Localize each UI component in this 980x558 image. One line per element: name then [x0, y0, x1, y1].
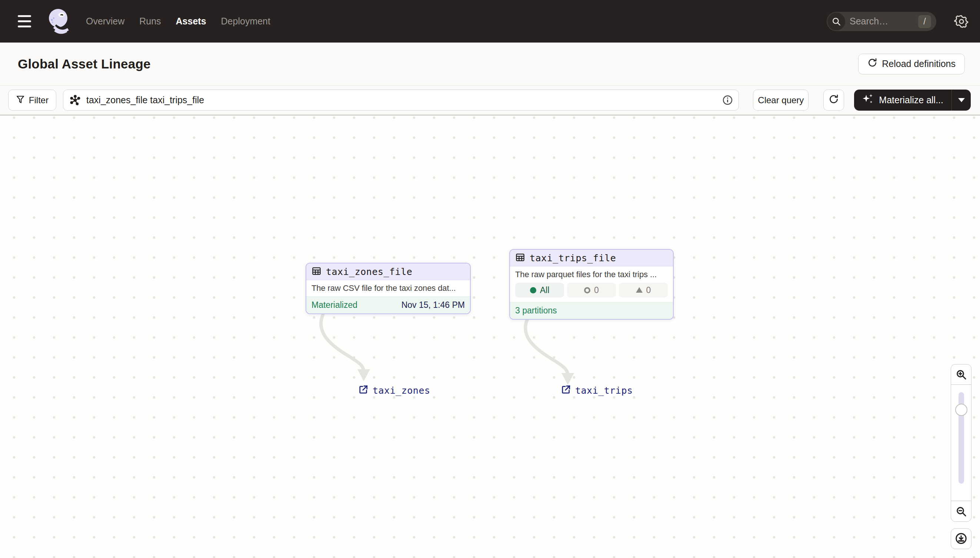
- search-input[interactable]: [850, 12, 909, 31]
- zoom-controls: [951, 364, 972, 549]
- nav-links: Overview Runs Assets Deployment: [86, 16, 270, 27]
- nav-item-deployment[interactable]: Deployment: [221, 16, 270, 27]
- badge-label: 0: [594, 285, 599, 295]
- clear-query-button[interactable]: Clear query: [753, 90, 809, 111]
- query-info-icon[interactable]: [722, 95, 733, 107]
- settings-gear-icon[interactable]: [953, 13, 970, 30]
- asset-name: taxi_trips_file: [530, 253, 616, 263]
- downstream-link-taxi-zones[interactable]: taxi_zones: [359, 385, 430, 396]
- zoom-slider-handle[interactable]: [955, 404, 967, 416]
- materialized-dot-icon: [530, 287, 536, 294]
- table-icon: [515, 252, 525, 264]
- download-image-button[interactable]: [951, 528, 972, 549]
- sparkle-icon: [861, 93, 874, 108]
- materialization-timestamp[interactable]: Nov 15, 1:46 PM: [402, 300, 465, 310]
- materialized-status: Materialized: [311, 300, 357, 310]
- page-header: Global Asset Lineage Reload definitions: [0, 43, 980, 85]
- external-link-icon: [359, 385, 368, 396]
- downstream-asset-label: taxi_zones: [372, 385, 430, 396]
- search-icon: [827, 13, 845, 30]
- asset-status-footer: 3 partitions: [510, 302, 673, 319]
- zoom-in-icon: [955, 369, 967, 381]
- zoom-out-button[interactable]: [951, 501, 972, 522]
- filter-label: Filter: [29, 95, 48, 105]
- partitions-materialized-badge[interactable]: All: [515, 283, 564, 297]
- clear-query-label: Clear query: [758, 95, 804, 105]
- downstream-link-taxi-trips[interactable]: taxi_trips: [561, 385, 633, 396]
- badge-label: 0: [646, 285, 651, 295]
- stale-triangle-icon: [636, 287, 642, 293]
- downstream-asset-label: taxi_trips: [575, 385, 633, 396]
- dagster-logo[interactable]: [47, 7, 72, 36]
- nav-item-assets[interactable]: Assets: [176, 16, 206, 27]
- reload-label: Reload definitions: [882, 59, 955, 69]
- nav-right-section: /: [827, 12, 970, 31]
- reload-definitions-button[interactable]: Reload definitions: [858, 54, 965, 74]
- refresh-graph-button[interactable]: [824, 90, 844, 111]
- hamburger-menu-icon[interactable]: [18, 11, 38, 31]
- refresh-icon: [828, 94, 839, 107]
- download-icon: [955, 532, 967, 545]
- search-shortcut-badge: /: [918, 15, 931, 28]
- lineage-canvas[interactable]: taxi_zones_file The raw CSV file for the…: [0, 115, 980, 558]
- nav-item-overview[interactable]: Overview: [86, 16, 124, 27]
- partitions-failed-badge[interactable]: 0: [619, 283, 668, 297]
- lineage-edges: [0, 115, 980, 558]
- external-link-icon: [561, 385, 571, 396]
- asset-selection-input[interactable]: [63, 90, 739, 111]
- table-icon: [311, 266, 321, 277]
- nav-item-runs[interactable]: Runs: [139, 16, 161, 27]
- asset-node-header: taxi_zones_file: [306, 263, 470, 280]
- asset-query-wrap: [63, 90, 739, 111]
- materialize-all-button[interactable]: Materialize all...: [854, 90, 952, 111]
- asset-description: The raw parquet files for the taxi trips…: [510, 266, 673, 283]
- missing-ring-icon: [584, 287, 590, 294]
- materialize-dropdown-button[interactable]: [952, 90, 971, 111]
- asset-status-footer: Materialized Nov 15, 1:46 PM: [306, 296, 470, 313]
- filter-button[interactable]: Filter: [8, 90, 56, 111]
- top-navbar: Overview Runs Assets Deployment /: [0, 0, 980, 43]
- materialize-all-split-button: Materialize all...: [854, 90, 971, 111]
- partitions-missing-badge[interactable]: 0: [567, 283, 616, 297]
- asset-node-header: taxi_trips_file: [510, 250, 673, 266]
- asset-node-taxi-zones-file[interactable]: taxi_zones_file The raw CSV file for the…: [306, 263, 471, 314]
- asset-node-taxi-trips-file[interactable]: taxi_trips_file The raw parquet files fo…: [509, 249, 674, 320]
- filter-funnel-icon: [16, 95, 25, 106]
- badge-label: All: [540, 285, 550, 295]
- page-title: Global Asset Lineage: [18, 57, 151, 71]
- partition-badge-row: All 0 0: [510, 283, 673, 302]
- materialize-all-label: Materialize all...: [879, 95, 943, 105]
- zoom-out-icon: [955, 505, 967, 517]
- partition-count: 3 partitions: [515, 306, 557, 316]
- zoom-slider: [951, 384, 972, 501]
- chevron-down-icon: [958, 98, 965, 102]
- reload-icon: [867, 58, 878, 70]
- lineage-toolbar: Filter Clear query: [0, 85, 980, 115]
- global-search[interactable]: /: [827, 12, 936, 31]
- asset-description: The raw CSV file for the taxi zones dat.…: [306, 280, 470, 296]
- asset-name: taxi_zones_file: [326, 266, 412, 277]
- zoom-in-button[interactable]: [951, 364, 972, 385]
- graph-query-icon: [70, 95, 81, 107]
